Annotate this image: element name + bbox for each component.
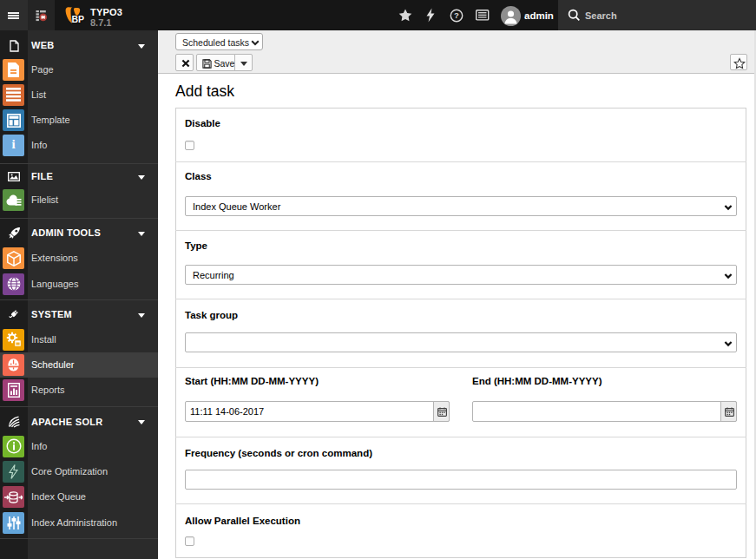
svg-text:?: ? (454, 10, 459, 20)
